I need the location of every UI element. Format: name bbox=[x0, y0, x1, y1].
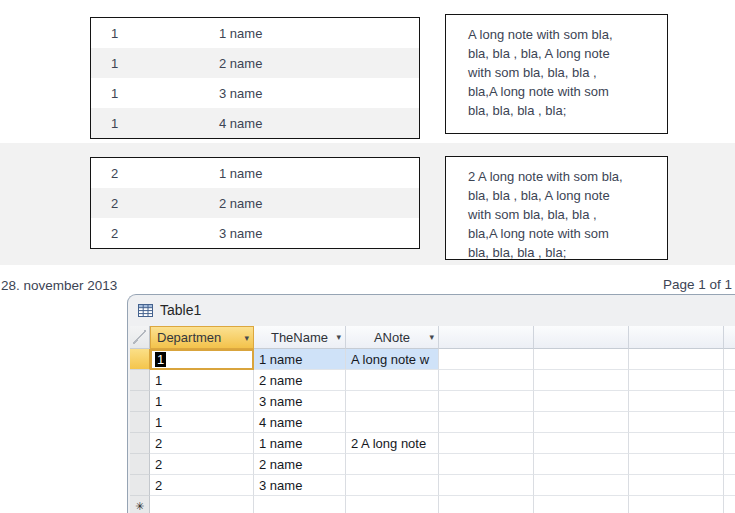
cell-anote[interactable]: 2 A long note bbox=[346, 433, 439, 454]
cell-empty[interactable] bbox=[439, 412, 534, 433]
cell-empty[interactable] bbox=[534, 370, 629, 391]
cell-empty[interactable] bbox=[724, 475, 735, 496]
cell-empty[interactable] bbox=[724, 433, 735, 454]
row-selector-current[interactable] bbox=[130, 349, 150, 370]
row-selector[interactable] bbox=[130, 370, 150, 391]
cell-empty[interactable] bbox=[629, 496, 724, 513]
access-report-preview-page: 1 1 name 1 2 name 1 3 name 1 4 name A lo… bbox=[0, 0, 735, 513]
column-header-label: ANote bbox=[374, 330, 410, 345]
cell-department[interactable]: 2 bbox=[150, 433, 254, 454]
cell-department[interactable]: 1 bbox=[150, 391, 254, 412]
report-row: 1 2 name bbox=[91, 48, 419, 78]
cell-empty[interactable] bbox=[724, 496, 735, 513]
row-selector[interactable] bbox=[130, 391, 150, 412]
cell-empty[interactable] bbox=[150, 496, 254, 513]
cell-empty[interactable] bbox=[534, 475, 629, 496]
column-header-empty[interactable] bbox=[534, 326, 629, 349]
select-all-corner[interactable] bbox=[130, 326, 150, 349]
dropdown-arrow-icon[interactable]: ▾ bbox=[429, 332, 434, 342]
column-header-empty[interactable] bbox=[724, 326, 735, 349]
cell-empty[interactable] bbox=[534, 433, 629, 454]
cell-thename[interactable]: 4 name bbox=[254, 412, 346, 433]
row-selector[interactable] bbox=[130, 454, 150, 475]
column-header-empty[interactable] bbox=[439, 326, 534, 349]
column-header-row: Departmen ▾ TheName ▾ ANote ▾ bbox=[130, 326, 735, 349]
datasheet-grid: Departmen ▾ TheName ▾ ANote ▾ bbox=[130, 326, 735, 513]
cell-empty[interactable] bbox=[439, 391, 534, 412]
report-dept-value: 1 bbox=[91, 86, 219, 101]
new-record-selector[interactable]: ✳ bbox=[130, 496, 150, 513]
column-header-department[interactable]: Departmen ▾ bbox=[150, 326, 254, 349]
column-header-empty[interactable] bbox=[629, 326, 724, 349]
cell-empty[interactable] bbox=[439, 433, 534, 454]
cell-empty[interactable] bbox=[629, 454, 724, 475]
report-name-value: 2 name bbox=[219, 196, 419, 211]
cell-thename[interactable]: 2 name bbox=[254, 454, 346, 475]
report-name-value: 3 name bbox=[219, 86, 419, 101]
cell-empty[interactable] bbox=[629, 391, 724, 412]
cell-anote[interactable] bbox=[346, 475, 439, 496]
cell-thename[interactable]: 1 name bbox=[254, 349, 346, 370]
cell-empty[interactable] bbox=[724, 454, 735, 475]
cell-empty[interactable] bbox=[724, 391, 735, 412]
cell-empty[interactable] bbox=[346, 496, 439, 513]
column-header-label: TheName bbox=[271, 330, 328, 345]
cell-anote[interactable] bbox=[346, 370, 439, 391]
cell-empty[interactable] bbox=[629, 370, 724, 391]
cell-empty[interactable] bbox=[439, 454, 534, 475]
cell-department[interactable]: 2 bbox=[150, 454, 254, 475]
column-header-thename[interactable]: TheName ▾ bbox=[254, 326, 346, 349]
column-header-anote[interactable]: ANote ▾ bbox=[346, 326, 439, 349]
cell-department[interactable]: 2 bbox=[150, 475, 254, 496]
cell-anote[interactable] bbox=[346, 412, 439, 433]
table-row: 1 1 name A long note w bbox=[130, 349, 735, 370]
datasheet-tab[interactable]: Table1 bbox=[128, 295, 735, 325]
report-footer-date: 28. november 2013 bbox=[1, 278, 117, 293]
table1-datasheet-window: Table1 Departmen ▾ TheName ▾ ANote ▾ bbox=[127, 294, 735, 513]
dropdown-arrow-icon[interactable]: ▾ bbox=[336, 332, 341, 342]
report-note-group1: A long note with som bla, bla, bla , bla… bbox=[445, 14, 668, 134]
cell-department[interactable]: 1 bbox=[150, 370, 254, 391]
cell-department[interactable]: 1 bbox=[150, 412, 254, 433]
cell-empty[interactable] bbox=[439, 370, 534, 391]
report-dept-value: 1 bbox=[91, 26, 219, 41]
cell-department-selected[interactable]: 1 bbox=[150, 349, 254, 370]
cell-anote[interactable] bbox=[346, 454, 439, 475]
report-row: 1 3 name bbox=[91, 78, 419, 108]
cell-empty[interactable] bbox=[534, 391, 629, 412]
report-dept-value: 1 bbox=[91, 116, 219, 131]
cell-anote[interactable] bbox=[346, 391, 439, 412]
cell-empty[interactable] bbox=[439, 349, 534, 370]
row-selector[interactable] bbox=[130, 433, 150, 454]
report-dept-value: 2 bbox=[91, 226, 219, 241]
dropdown-arrow-icon[interactable]: ▾ bbox=[244, 333, 249, 343]
cell-empty[interactable] bbox=[534, 412, 629, 433]
row-selector[interactable] bbox=[130, 412, 150, 433]
cell-anote[interactable]: A long note w bbox=[346, 349, 439, 370]
new-record-row: ✳ bbox=[130, 496, 735, 513]
report-note-group2: 2 A long note with som bla, bla, bla , b… bbox=[445, 156, 668, 260]
cell-empty[interactable] bbox=[629, 349, 724, 370]
cell-empty[interactable] bbox=[629, 433, 724, 454]
column-header-label: Departmen bbox=[157, 330, 221, 345]
cell-empty[interactable] bbox=[534, 454, 629, 475]
report-footer-page-number: Page 1 of 1 bbox=[663, 277, 732, 292]
cell-thename[interactable]: 1 name bbox=[254, 433, 346, 454]
cell-thename[interactable]: 3 name bbox=[254, 391, 346, 412]
cell-empty[interactable] bbox=[724, 370, 735, 391]
cell-empty[interactable] bbox=[534, 496, 629, 513]
cell-thename[interactable]: 2 name bbox=[254, 370, 346, 391]
cell-thename[interactable]: 3 name bbox=[254, 475, 346, 496]
report-row: 1 1 name bbox=[91, 18, 419, 48]
new-record-asterisk-icon: ✳ bbox=[135, 500, 144, 513]
cell-empty[interactable] bbox=[724, 412, 735, 433]
cell-empty[interactable] bbox=[724, 349, 735, 370]
cell-empty[interactable] bbox=[534, 349, 629, 370]
cell-empty[interactable] bbox=[254, 496, 346, 513]
row-selector[interactable] bbox=[130, 475, 150, 496]
cell-empty[interactable] bbox=[629, 475, 724, 496]
cell-empty[interactable] bbox=[439, 496, 534, 513]
cell-empty[interactable] bbox=[629, 412, 724, 433]
cell-empty[interactable] bbox=[439, 475, 534, 496]
table-row: 2 1 name 2 A long note bbox=[130, 433, 735, 454]
